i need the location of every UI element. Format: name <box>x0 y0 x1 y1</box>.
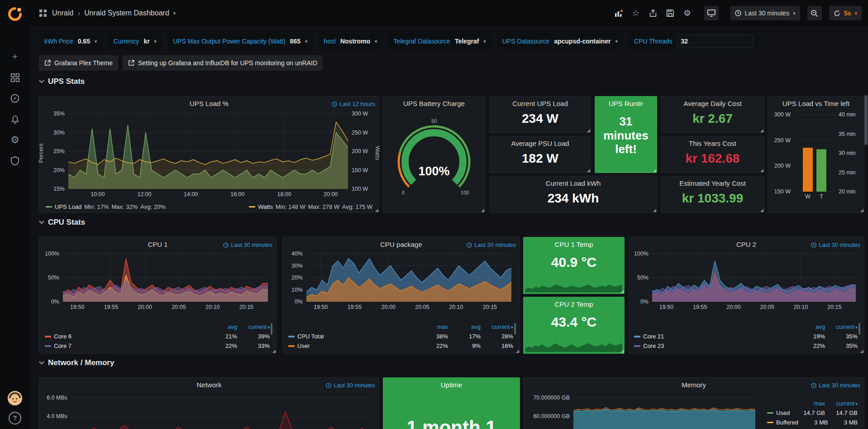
navbar-actions: ☆ ⚙ Last 30 minutes ▾ <box>614 6 868 20</box>
help-icon[interactable]: ? <box>9 412 21 424</box>
variable-currency[interactable]: Currency kr ▾ <box>108 33 162 50</box>
panel-title[interactable]: Estimated Yearly Cost <box>675 179 750 187</box>
user-avatar[interactable] <box>8 391 22 405</box>
cpu-threads-input[interactable] <box>677 34 753 48</box>
variable-host[interactable]: host Nostromo ▾ <box>318 33 382 50</box>
zoom-out-button[interactable] <box>807 6 822 20</box>
legend-col-avg[interactable]: avg <box>448 323 481 330</box>
settings-gear-icon[interactable]: ⚙ <box>682 8 692 18</box>
panel-title[interactable]: Uptime <box>397 381 506 389</box>
section-cpu-stats[interactable]: CPU Stats <box>39 218 85 227</box>
share-icon[interactable] <box>648 8 658 18</box>
legend-series-name[interactable]: Buffered <box>776 419 798 426</box>
legend-series-name[interactable]: User <box>297 342 310 349</box>
legend-col-max[interactable]: max <box>415 323 448 330</box>
legend-scrollbar[interactable] <box>514 323 516 335</box>
chevron-down-icon: ▾ <box>615 39 618 44</box>
panel-timerange-link[interactable]: Last 30 minutes <box>326 382 375 389</box>
legend-row: CPU Total 38% 17% 28% <box>288 332 513 341</box>
navbar: Unraid › Unraid System Dashboard ▾ ☆ ⚙ <box>30 0 868 26</box>
tv-mode-button[interactable] <box>704 6 719 20</box>
apps-grid-icon[interactable] <box>38 8 48 18</box>
breadcrumb-app[interactable]: Unraid <box>52 9 73 17</box>
chevron-down-icon[interactable]: ▾ <box>173 10 176 16</box>
grafana-logo-icon[interactable] <box>0 0 30 28</box>
breadcrumb-dashboard[interactable]: Unraid System Dashboard <box>84 9 169 17</box>
panel-title[interactable]: CPU 1 Temp <box>537 241 610 248</box>
chart-canvas <box>525 280 622 292</box>
panel-timerange-link[interactable]: Last 30 minutes <box>811 241 860 248</box>
dashboards-icon[interactable] <box>0 67 30 88</box>
chevron-down-icon: ▾ <box>793 10 796 16</box>
panel-title[interactable]: This Years Cost <box>675 140 750 147</box>
configuration-gear-icon[interactable]: ⚙ <box>0 130 30 150</box>
legend-col-avg[interactable]: avg <box>205 323 237 330</box>
legend-col-current[interactable]: current <box>825 400 858 407</box>
panel-title[interactable]: UPS Runtime <box>609 100 643 107</box>
legend-scrollbar[interactable] <box>858 323 860 335</box>
variable-telegraf-datasource[interactable]: Telegraf Datasource Telegraf ▾ <box>388 33 491 50</box>
server-admin-shield-icon[interactable] <box>0 150 30 171</box>
panel-title[interactable]: Network <box>53 381 365 389</box>
refresh-icon <box>834 10 840 17</box>
panel-average-daily-cost: Average Daily Cost kr 2.67 <box>661 96 764 133</box>
alerting-bell-icon[interactable] <box>0 109 30 130</box>
panel-timerange-link[interactable]: Last 30 minutes <box>223 241 272 248</box>
panel-title[interactable]: CPU 2 Temp <box>537 300 610 308</box>
variable-ups-max-output[interactable]: UPS Max Output Power Capacity (Watt) 865… <box>167 33 313 50</box>
panel-ups-runtime: UPS Runtime 31 minutes left! <box>595 96 657 173</box>
panel-title[interactable]: Current Load kWh <box>503 179 643 187</box>
chevron-down-icon: ▾ <box>154 39 157 44</box>
section-network-memory[interactable]: Network / Memory <box>39 358 114 367</box>
legend-col-current[interactable]: current <box>481 323 513 330</box>
legend-row: Core 21 19% 35% <box>634 332 858 341</box>
legend-swatch <box>249 206 255 207</box>
panel-timerange-link[interactable]: Last 30 minutes <box>811 382 860 389</box>
link-ups-monitoring-guide[interactable]: Setting up Grafana and InfluxDB for UPS … <box>123 55 323 71</box>
legend-scrollbar[interactable] <box>271 323 272 335</box>
variable-kwh-price[interactable]: kWh Price 0.65 ▾ <box>39 33 103 50</box>
panel-timerange-link[interactable]: Last 12 hours <box>332 101 375 107</box>
panel-title[interactable]: UPS Battery Charge <box>397 100 471 107</box>
legend-col-max[interactable]: max <box>792 400 825 407</box>
add-panel-icon[interactable] <box>614 8 624 18</box>
legend-series-name[interactable]: Core 6 <box>54 333 72 340</box>
clock-icon <box>326 383 331 388</box>
legend-series-name[interactable]: UPS Load <box>55 203 81 210</box>
section-ups-stats[interactable]: UPS Stats <box>39 77 85 86</box>
create-plus-icon[interactable]: + <box>0 46 30 67</box>
legend-series-name[interactable]: Used <box>776 410 790 416</box>
page-scrollbar[interactable] <box>864 95 868 145</box>
legend-series-name[interactable]: Core 7 <box>54 342 72 349</box>
panel-title[interactable]: UPS Load vs Time left <box>771 100 861 107</box>
panel-title[interactable]: Memory <box>537 381 850 389</box>
legend-series-name[interactable]: CPU Total <box>297 333 324 340</box>
legend-header-row: avg current <box>45 322 270 332</box>
panel-timerange-link[interactable]: Last 30 minutes <box>467 241 516 248</box>
legend-series-name[interactable]: Watts <box>258 203 273 210</box>
panel-title[interactable]: Average PSU Load <box>503 140 577 147</box>
panel-title[interactable]: Average Daily Cost <box>675 100 750 107</box>
legend-col-current[interactable]: current <box>237 323 270 330</box>
refresh-picker[interactable]: 5s ▾ <box>829 6 862 20</box>
star-icon[interactable]: ☆ <box>631 8 641 18</box>
legend-col-current[interactable]: current <box>825 323 858 330</box>
gauge-max-label: 100 <box>461 190 469 195</box>
save-icon[interactable] <box>665 8 675 18</box>
panel-title[interactable]: UPS Load % <box>53 100 365 107</box>
stat-value: 234 W <box>490 111 591 126</box>
legend-table: avg current Core 6 21% 39% Core 7 22% 33… <box>45 322 270 351</box>
legend-series-name[interactable]: Core 21 <box>643 333 664 340</box>
variable-ups-datasource[interactable]: UPS Datasource apcupsd-container ▾ <box>497 33 623 50</box>
explore-compass-icon[interactable] <box>0 88 30 109</box>
time-range-label: Last 30 minutes <box>745 10 790 17</box>
legend-col-avg[interactable]: avg <box>792 323 825 330</box>
link-grafana-plex-theme[interactable]: Grafana Plex Theme <box>39 55 118 71</box>
panel-title[interactable]: Current UPS Load <box>503 100 577 107</box>
stat-value: 1 month 1 <box>383 417 520 429</box>
legend-series-name[interactable]: Core 23 <box>643 342 664 349</box>
time-picker[interactable]: Last 30 minutes ▾ <box>730 6 800 20</box>
legend-row: Buffered 3 MB 3 MB <box>767 418 858 427</box>
panel-cpu-package: CPU package Last 30 minutes 40%30%20%10%… <box>282 237 520 354</box>
legend-row: Core 6 21% 39% <box>45 332 270 341</box>
